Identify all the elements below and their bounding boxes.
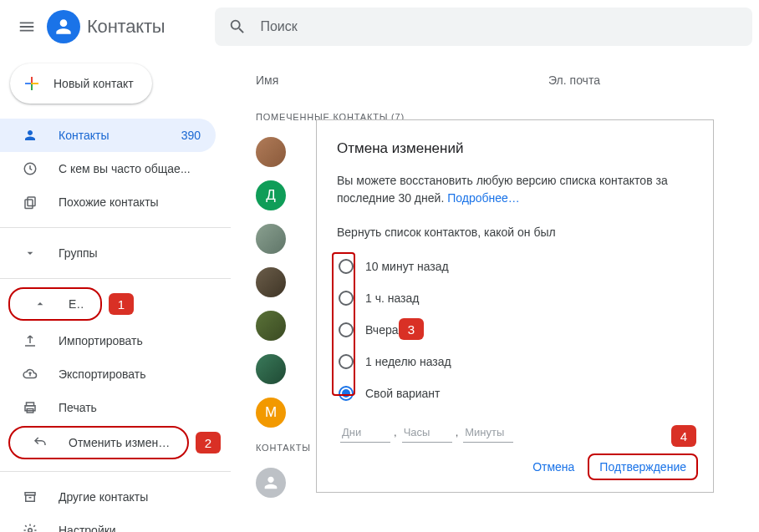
- sidebar-item-label: Экспортировать: [59, 367, 201, 381]
- radio-option-custom[interactable]: Свой вариант: [337, 377, 693, 409]
- callout-badge-2: 2: [196, 432, 221, 453]
- avatar: [256, 354, 286, 384]
- radio-option-1h[interactable]: 1 ч. назад: [337, 282, 693, 314]
- dialog-subtitle: Вернуть список контактов, какой он был: [337, 225, 693, 239]
- hamburger-icon: [18, 18, 36, 36]
- radio-option-1week[interactable]: 1 неделю назад: [337, 346, 693, 377]
- svg-point-8: [28, 529, 33, 532]
- sidebar-item-contacts[interactable]: Контакты 390: [0, 119, 216, 152]
- avatar: [256, 224, 286, 254]
- col-name: Имя: [256, 73, 548, 87]
- sidebar-item-more[interactable]: Ещё: [8, 287, 102, 321]
- callout-badge-4: 4: [671, 425, 696, 447]
- radio-label: 10 минут назад: [365, 260, 449, 273]
- days-input[interactable]: Дни: [340, 423, 390, 443]
- callout-badge-3: 3: [399, 318, 424, 340]
- sidebar-item-label: С кем вы часто общае...: [59, 162, 201, 175]
- avatar: [256, 267, 286, 297]
- person-icon: [20, 128, 40, 143]
- search-input[interactable]: Поиск: [215, 8, 752, 46]
- sidebar-item-label: Печать: [59, 401, 201, 414]
- radio-label: 1 ч. назад: [365, 291, 419, 305]
- contacts-logo: [47, 10, 80, 43]
- learn-more-link[interactable]: Подробнее…: [447, 191, 520, 205]
- avatar: [256, 468, 286, 498]
- sidebar-item-label: Группы: [59, 246, 201, 260]
- radio-option-yesterday[interactable]: Вчера: [337, 314, 693, 346]
- radio-options: 10 минут назад 1 ч. назад Вчера 1 неделю…: [337, 251, 693, 409]
- hours-input[interactable]: Часы: [402, 423, 452, 443]
- sidebar-item-label: Отменить изменения: [69, 436, 172, 449]
- archive-icon: [20, 489, 40, 504]
- dialog-body: Вы можете восстановить любую версию спис…: [337, 172, 693, 207]
- sidebar-item-groups[interactable]: Группы: [0, 236, 216, 270]
- sidebar: Новый контакт Контакты 390 С кем вы част…: [0, 53, 231, 532]
- sidebar-item-label: Контакты: [59, 129, 181, 142]
- sidebar-item-label: Похожие контакты: [59, 195, 201, 209]
- sidebar-item-label: Другие контакты: [59, 490, 201, 504]
- divider: [0, 278, 231, 279]
- radio-label: Свой вариант: [365, 387, 441, 400]
- cloud-upload-icon: [20, 367, 40, 382]
- new-contact-label: Новый контакт: [53, 77, 134, 90]
- menu-button[interactable]: [7, 7, 47, 47]
- svg-rect-1: [28, 197, 35, 206]
- undo-icon: [30, 435, 50, 450]
- sidebar-item-import[interactable]: Импортировать: [0, 324, 216, 357]
- callout-badge-1: 1: [109, 293, 134, 315]
- print-icon: [20, 400, 40, 415]
- avatar: M: [256, 398, 286, 428]
- sidebar-item-label: Настройки: [59, 524, 201, 532]
- column-headers: Имя Эл. почта: [256, 53, 749, 99]
- search-placeholder: Поиск: [260, 19, 297, 34]
- chevron-up-icon: [30, 297, 50, 311]
- custom-time-inputs: Дни , Часы , Минуты: [337, 423, 693, 443]
- new-contact-button[interactable]: Новый контакт: [10, 63, 152, 104]
- sidebar-item-similar[interactable]: Похожие контакты: [0, 185, 216, 219]
- undo-changes-dialog: Отмена изменений Вы можете восстановить …: [316, 119, 714, 493]
- sidebar-item-settings[interactable]: Настройки: [0, 514, 216, 532]
- svg-rect-2: [25, 200, 33, 209]
- history-icon: [20, 161, 40, 176]
- sidebar-item-label: Импортировать: [59, 334, 201, 347]
- duplicate-icon: [20, 195, 40, 210]
- avatar: [256, 311, 286, 341]
- minutes-input[interactable]: Минуты: [463, 423, 513, 443]
- radio-label: Вчера: [365, 323, 399, 337]
- person-icon: [53, 16, 74, 38]
- cancel-button[interactable]: Отмена: [522, 453, 584, 480]
- chevron-down-icon: [20, 246, 40, 260]
- sidebar-item-undo[interactable]: Отменить изменения: [8, 426, 189, 459]
- dialog-title: Отмена изменений: [337, 140, 693, 157]
- upload-icon: [20, 333, 40, 348]
- contacts-count: 390: [181, 129, 201, 142]
- app-title: Контакты: [87, 16, 165, 38]
- sidebar-item-other[interactable]: Другие контакты: [0, 480, 216, 514]
- radio-label: 1 неделю назад: [365, 355, 451, 368]
- confirm-button[interactable]: Подтверждение: [588, 453, 698, 480]
- divider: [0, 471, 231, 472]
- gear-icon: [20, 523, 40, 532]
- radio-highlight-box: [332, 252, 355, 396]
- dialog-actions: Отмена Подтверждение: [522, 453, 698, 480]
- sidebar-item-print[interactable]: Печать: [0, 391, 216, 424]
- sidebar-item-frequent[interactable]: С кем вы часто общае...: [0, 152, 216, 185]
- sidebar-item-export[interactable]: Экспортировать: [0, 357, 216, 391]
- radio-option-10min[interactable]: 10 минут назад: [337, 251, 693, 282]
- divider: [0, 227, 231, 228]
- search-icon: [228, 18, 247, 36]
- sidebar-item-label: Ещё: [69, 297, 85, 311]
- avatar: [256, 137, 286, 167]
- plus-icon: [22, 73, 42, 94]
- avatar: Д: [256, 180, 286, 210]
- app-header: Контакты Поиск: [0, 0, 759, 53]
- col-email: Эл. почта: [548, 73, 600, 87]
